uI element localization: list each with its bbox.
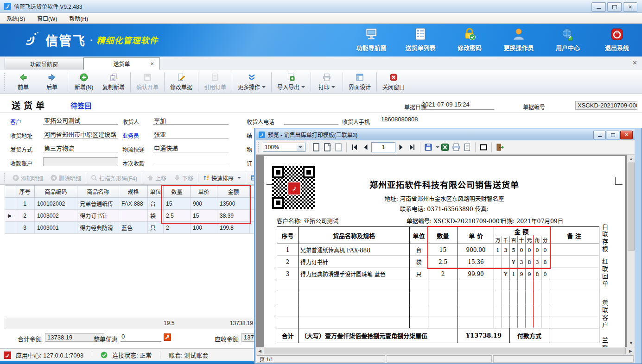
add-line-button[interactable]: 添加明细 bbox=[9, 174, 47, 182]
first-page-button[interactable] bbox=[349, 142, 360, 153]
move-down-button[interactable]: 下移 bbox=[170, 174, 197, 182]
prev-doc-button[interactable]: 前单 bbox=[9, 72, 38, 92]
prev-page-button[interactable] bbox=[360, 142, 371, 153]
actual-size-button[interactable] bbox=[333, 142, 344, 153]
refer-order-button[interactable]: 引用订单 bbox=[200, 72, 230, 92]
print-address: 地址: 河南省郑州市金水区东风路明天财智名座 bbox=[264, 194, 625, 203]
preview-minimize-button[interactable] bbox=[593, 131, 606, 139]
monitor-icon bbox=[364, 27, 378, 41]
close-window-button[interactable]: 关闭窗口 bbox=[378, 72, 409, 92]
print-company-title: 郑州亚拓软件科技有限公司销售送货单 bbox=[264, 178, 625, 190]
dropdown-caret-icon[interactable] bbox=[436, 146, 439, 148]
zoom-select[interactable]: 100% bbox=[263, 143, 305, 152]
page-setup-button[interactable] bbox=[462, 142, 473, 153]
switch-operator-button[interactable]: 更换操作员 bbox=[500, 27, 537, 52]
move-up-button[interactable]: 上移 bbox=[143, 174, 170, 182]
discount-tool-icon[interactable] bbox=[164, 333, 171, 341]
close-button[interactable]: ✕ bbox=[623, 2, 637, 12]
scroll-down-icon[interactable]: ▼ bbox=[627, 339, 635, 347]
due-amount-label: 应收金额 bbox=[215, 334, 239, 343]
window-design-icon bbox=[355, 73, 364, 82]
exit-system-button[interactable]: 退出系统 bbox=[598, 27, 636, 52]
scroll-up-icon[interactable]: ▲ bbox=[627, 155, 635, 163]
print-row-empty bbox=[277, 316, 599, 328]
user-center-button[interactable]: 用户中心 bbox=[549, 27, 586, 52]
next-doc-button[interactable]: 后单 bbox=[38, 72, 66, 92]
menu-window[interactable]: 窗口(W) bbox=[37, 14, 57, 22]
export-excel-button[interactable] bbox=[439, 142, 451, 153]
scroll-left-icon[interactable]: ◀ bbox=[256, 347, 264, 355]
next-page-button[interactable] bbox=[395, 142, 407, 153]
account-label: 收款账户 bbox=[10, 159, 32, 167]
tab-close-icon[interactable]: × bbox=[150, 60, 154, 67]
preview-toolbar: 100% 1 bbox=[256, 140, 635, 155]
delivery-list-button[interactable]: 送货单列表 bbox=[402, 27, 439, 52]
hscroll-thumb[interactable] bbox=[264, 348, 626, 354]
import-export-button[interactable]: 导入导出 bbox=[273, 72, 309, 92]
banner-toolbar: 功能导航窗 送货单列表 修改密码 更换操作员 用户中心 退出系统 bbox=[353, 27, 636, 52]
brand-banner: 信管飞 · 精细化管理软件 功能导航窗 送货单列表 修改密码 更换操作员 bbox=[0, 24, 642, 56]
arrow-left-icon bbox=[19, 73, 28, 82]
payment-field[interactable] bbox=[153, 157, 229, 166]
import-export-icon bbox=[286, 73, 296, 82]
doc-status-badge: 待签回 bbox=[70, 100, 91, 110]
print-row: 3 得力经典防滑握手设计圆珠笔 蓝色 只 2 99.90 ¥ 1 9 9 8 bbox=[277, 268, 599, 280]
maximize-button[interactable] bbox=[607, 2, 622, 12]
preview-hscrollbar[interactable]: ◀ ▶ bbox=[256, 347, 635, 355]
ship-method-field[interactable]: 第三方物流 bbox=[43, 144, 118, 152]
margins-button[interactable] bbox=[478, 142, 489, 153]
dropdown-caret-icon bbox=[237, 177, 241, 179]
doc-no-value: XSCKD-20210709-0001 bbox=[575, 101, 637, 110]
exit-preview-button[interactable] bbox=[494, 142, 505, 153]
preview-close-button[interactable]: ✕ bbox=[620, 131, 633, 139]
page-width-button[interactable] bbox=[322, 142, 333, 153]
tab-delivery-order[interactable]: 送货单 × bbox=[83, 57, 160, 70]
scan-barcode-button[interactable]: 扫描条形码(F4) bbox=[87, 174, 141, 182]
page-number-input[interactable]: 1 bbox=[371, 142, 395, 152]
preview-maximize-button[interactable] bbox=[607, 131, 619, 139]
print-report-button[interactable] bbox=[451, 142, 462, 153]
tab-nav-window[interactable]: 功能导航窗 bbox=[5, 58, 83, 69]
current-row-marker: ▶ bbox=[5, 210, 15, 222]
minimize-button[interactable] bbox=[591, 2, 606, 12]
page-indicator: 页 1/1 bbox=[257, 355, 385, 363]
delete-line-button[interactable]: 删除明细 bbox=[47, 174, 85, 182]
menu-system[interactable]: 系统(S) bbox=[6, 14, 25, 22]
receiver-phone-field[interactable] bbox=[284, 116, 338, 125]
scroll-right-icon[interactable]: ▶ bbox=[627, 347, 635, 355]
print-customer: 客户名称: 亚拓公司测试 bbox=[277, 216, 338, 225]
customer-field[interactable]: 亚拓公司测试 bbox=[43, 116, 118, 125]
copy-label-red: 红联回单 bbox=[601, 258, 609, 288]
last-page-button[interactable] bbox=[407, 142, 418, 153]
date-value[interactable]: 2021-07-09 15:24 bbox=[421, 101, 494, 110]
receiver-mobile-field[interactable]: 18608080808 bbox=[380, 116, 440, 125]
copy-new-button[interactable]: 复制新增 bbox=[98, 72, 129, 92]
preview-vscrollbar[interactable]: ▲ ▼ bbox=[627, 155, 635, 347]
confirm-issue-button[interactable]: 确认开单 bbox=[132, 72, 163, 92]
discount-field[interactable]: 0 bbox=[121, 333, 161, 342]
quick-sort-button[interactable]: 快速排序 bbox=[199, 174, 245, 182]
document-icon bbox=[210, 73, 220, 82]
preview-statusbar: 页 1/1 bbox=[256, 355, 635, 363]
account-field[interactable] bbox=[43, 157, 118, 166]
print-button[interactable]: 打印 bbox=[312, 72, 341, 92]
window-titlebar: 信管飞送货单软件 V9.2.483 ✕ bbox=[0, 0, 642, 13]
nav-window-button[interactable]: 功能导航窗 bbox=[353, 27, 390, 52]
vscroll-thumb[interactable] bbox=[628, 163, 635, 251]
print-phone: 联系电话: 0371-63563890 传真: bbox=[264, 204, 625, 213]
add-new-button[interactable]: 新增(N) bbox=[70, 72, 98, 92]
ui-design-button[interactable]: 界面设计 bbox=[344, 72, 375, 92]
more-actions-button[interactable]: 更多操作 bbox=[234, 72, 270, 92]
save-report-button[interactable] bbox=[423, 142, 434, 153]
dropdown-caret-icon bbox=[331, 86, 335, 88]
change-password-button[interactable]: 修改密码 bbox=[451, 27, 488, 52]
receiver-field[interactable]: 李加 bbox=[153, 116, 229, 125]
logistics-field[interactable]: 申通快递 bbox=[153, 144, 229, 152]
printed-page: 郑州亚拓软件科技有限公司销售送货单 地址: 河南省郑州市金水区东风路明天财智名座… bbox=[264, 156, 625, 347]
whole-page-button[interactable] bbox=[311, 142, 322, 153]
address-field[interactable]: 河南省郑州市中原区建设路 bbox=[43, 130, 118, 138]
salesman-field[interactable]: 张亚 bbox=[153, 130, 229, 138]
menu-help[interactable]: 帮助(H) bbox=[69, 14, 88, 22]
modify-doc-button[interactable]: 修改单据 bbox=[166, 72, 197, 92]
tabstrip-close-icon[interactable]: ✕ bbox=[632, 59, 637, 66]
